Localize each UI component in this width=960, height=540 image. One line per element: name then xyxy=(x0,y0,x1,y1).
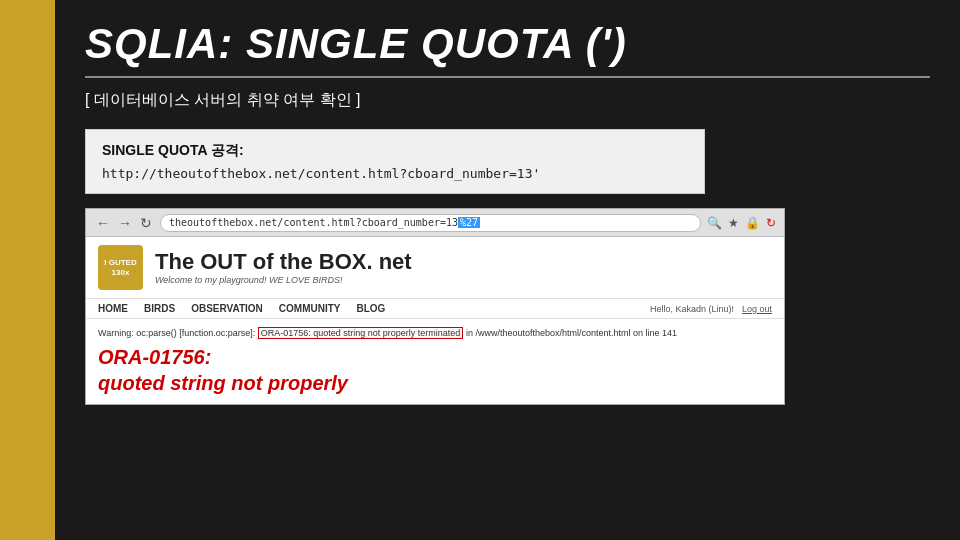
ora-line2: quoted string not properly xyxy=(98,370,772,396)
nav-observation[interactable]: OBSERVATION xyxy=(191,303,263,314)
site-user-area: Hello, Kakadn (Linu)! Log out xyxy=(650,304,772,314)
warning-text: Warning: oc:parse() [function.oc:parse]:… xyxy=(98,327,772,340)
nav-birds[interactable]: BIRDS xyxy=(144,303,175,314)
browser-nav-buttons: ← → ↻ xyxy=(94,215,154,231)
logo-line2: 130x xyxy=(104,268,136,278)
back-arrow-icon[interactable]: ← xyxy=(94,215,112,231)
site-tagline: Welcome to my playground! WE LOVE BIRDS! xyxy=(155,275,412,285)
ora-line1: ORA-01756: xyxy=(98,344,772,370)
logo-text: I GUTED 130x xyxy=(104,258,136,277)
main-title: SQLIA: SINGLE QUOTA (') xyxy=(85,20,930,78)
address-bar[interactable]: theoutofthebox.net/content.html?cboard_n… xyxy=(160,214,701,232)
nav-blog[interactable]: BLOG xyxy=(356,303,385,314)
address-base: theoutofthebox.net/content.html?cboard_n… xyxy=(169,217,458,228)
browser-screenshot: ← → ↻ theoutofthebox.net/content.html?cb… xyxy=(85,208,785,405)
logout-button[interactable]: Log out xyxy=(742,304,772,314)
warning-prefix: Warning: oc:parse() [function.oc:parse]: xyxy=(98,328,255,338)
attack-label: SINGLE QUOTA 공격: xyxy=(102,142,688,160)
search-icon[interactable]: 🔍 xyxy=(707,216,722,230)
content-area: SQLIA: SINGLE QUOTA (') [ 데이터베이스 서버의 취약 … xyxy=(55,0,960,540)
slide: SQLIA: SINGLE QUOTA (') [ 데이터베이스 서버의 취약 … xyxy=(0,0,960,540)
ora-highlighted-text: ORA-01756: quoted string not properly te… xyxy=(258,327,464,339)
bookmark-icon[interactable]: ★ xyxy=(728,216,739,230)
nav-home[interactable]: HOME xyxy=(98,303,128,314)
attack-url: http://theoutofthebox.net/content.html?c… xyxy=(102,166,688,181)
address-text: theoutofthebox.net/content.html?cboard_n… xyxy=(169,217,480,228)
site-name: The OUT of the BOX. net xyxy=(155,250,412,274)
nav-links: HOME BIRDS OBSERVATION COMMUNITY BLOG xyxy=(98,303,385,314)
ora-error-big: ORA-01756: quoted string not properly xyxy=(98,344,772,396)
error-area: Warning: oc:parse() [function.oc:parse]:… xyxy=(86,319,784,404)
reload-icon[interactable]: ↻ xyxy=(766,216,776,230)
accent-bar xyxy=(0,0,55,540)
site-nav: HOME BIRDS OBSERVATION COMMUNITY BLOG He… xyxy=(86,299,784,319)
forward-arrow-icon[interactable]: → xyxy=(116,215,134,231)
nav-community[interactable]: COMMUNITY xyxy=(279,303,341,314)
site-logo: I GUTED 130x xyxy=(98,245,143,290)
browser-chrome: ← → ↻ theoutofthebox.net/content.html?cb… xyxy=(86,209,784,237)
browser-icons: 🔍 ★ 🔒 ↻ xyxy=(707,216,776,230)
subtitle: [ 데이터베이스 서버의 취약 여부 확인 ] xyxy=(85,86,930,115)
shield-icon: 🔒 xyxy=(745,216,760,230)
site-content: I GUTED 130x The OUT of the BOX. net Wel… xyxy=(86,237,784,404)
user-greeting: Hello, Kakadn (Linu)! xyxy=(650,304,734,314)
info-card: SINGLE QUOTA 공격: http://theoutofthebox.n… xyxy=(85,129,705,194)
address-highlight: %27 xyxy=(458,217,480,228)
warning-path: in /www/theoutofthebox/html/content.html… xyxy=(466,328,677,338)
site-header-text: The OUT of the BOX. net Welcome to my pl… xyxy=(155,250,412,284)
logo-line1: I GUTED xyxy=(104,258,136,268)
site-header: I GUTED 130x The OUT of the BOX. net Wel… xyxy=(86,237,784,299)
refresh-icon[interactable]: ↻ xyxy=(138,215,154,231)
